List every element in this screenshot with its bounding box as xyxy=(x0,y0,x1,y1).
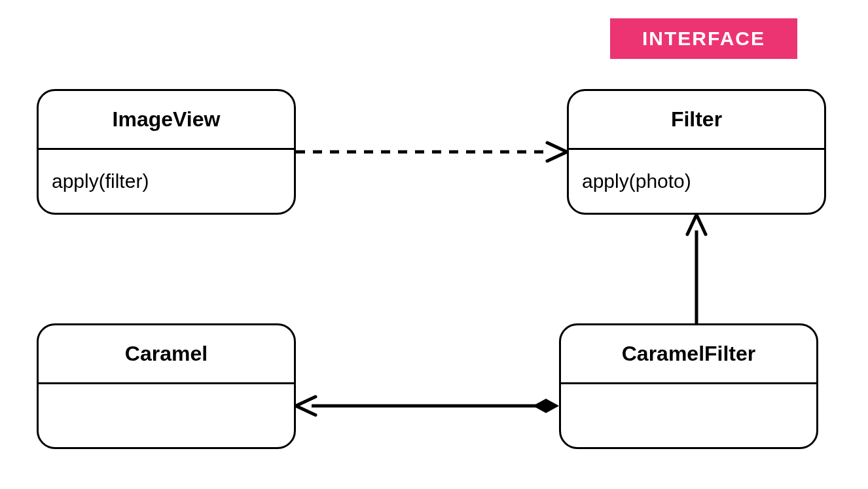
class-box-caramel: Caramel xyxy=(37,323,296,449)
class-name-caramel: Caramel xyxy=(39,325,294,384)
class-method-caramelfilter xyxy=(561,384,816,447)
svg-line-5 xyxy=(696,215,706,234)
arrow-caramelfilter-to-caramel xyxy=(296,397,559,415)
class-method-imageview: apply(filter) xyxy=(39,150,294,213)
svg-line-2 xyxy=(547,152,567,161)
class-box-imageview: ImageView apply(filter) xyxy=(37,89,296,215)
class-box-caramelfilter: CaramelFilter xyxy=(559,323,818,449)
class-method-filter: apply(photo) xyxy=(569,150,824,213)
arrow-caramelfilter-to-filter xyxy=(687,215,706,323)
class-method-caramel xyxy=(39,384,294,447)
svg-marker-7 xyxy=(533,399,559,413)
arrow-imageview-to-filter xyxy=(296,143,567,161)
svg-line-8 xyxy=(296,397,316,406)
interface-stereotype-badge: INTERFACE xyxy=(610,18,797,59)
svg-line-1 xyxy=(547,143,567,152)
class-name-caramelfilter: CaramelFilter xyxy=(561,325,816,384)
class-name-imageview: ImageView xyxy=(39,91,294,150)
class-box-filter: Filter apply(photo) xyxy=(567,89,826,215)
svg-line-9 xyxy=(296,406,316,415)
class-name-filter: Filter xyxy=(569,91,824,150)
svg-line-4 xyxy=(687,215,696,234)
